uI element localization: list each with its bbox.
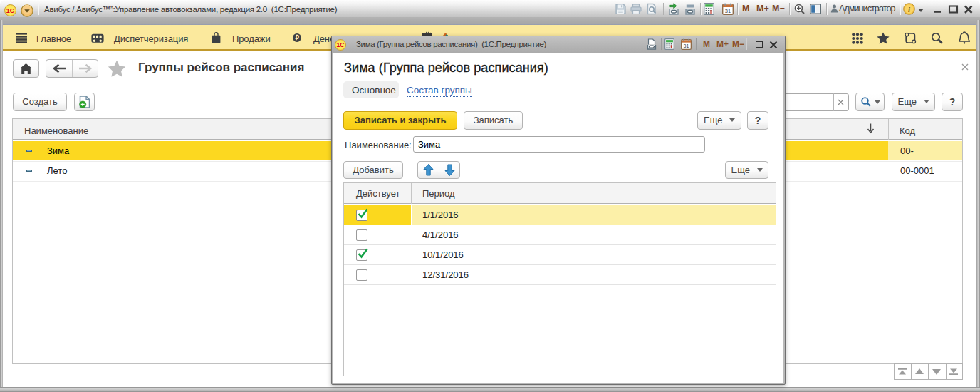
svg-text:₽: ₽ <box>295 34 299 41</box>
svg-text:1С: 1С <box>337 41 345 48</box>
svg-text:31: 31 <box>684 43 689 48</box>
svg-text:1С: 1С <box>6 7 15 14</box>
svg-text:31: 31 <box>725 8 731 14</box>
